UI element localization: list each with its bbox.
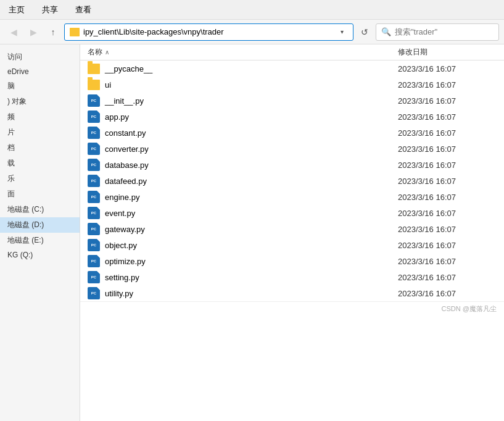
sidebar-item[interactable]: 地磁盘 (D:) [0, 217, 80, 233]
file-name: object.py [105, 241, 137, 250]
table-row[interactable]: PCgateway.py2023/3/16 16:07 [80, 221, 504, 237]
file-name-cell: PCobject.py [88, 239, 398, 251]
file-date: 2023/3/16 16:07 [398, 257, 497, 266]
file-name: engine.py [105, 193, 139, 202]
menu-item-共享[interactable]: 共享 [38, 3, 62, 17]
file-date: 2023/3/16 16:07 [398, 144, 497, 154]
file-name: utility.py [105, 289, 133, 298]
file-name-cell: PCapp.py [88, 110, 398, 123]
file-date: 2023/3/16 16:07 [398, 96, 497, 106]
file-name-cell: PCconstant.py [88, 127, 398, 139]
python-file-icon: PC [88, 159, 100, 171]
sidebar-item[interactable]: KG (Q:) [0, 248, 80, 262]
file-name: __pycache__ [105, 64, 152, 73]
python-file-icon: PC [88, 207, 100, 219]
table-row[interactable]: PCdatafeed.py2023/3/16 16:07 [80, 173, 504, 189]
table-row[interactable]: PCoptimize.py2023/3/16 16:07 [80, 253, 504, 269]
file-name: gateway.py [105, 225, 145, 234]
address-input-wrapper[interactable]: ipy_client\Lib\site-packages\vnpy\trader… [64, 23, 353, 41]
python-file-icon: PC [88, 287, 100, 299]
refresh-button[interactable]: ↺ [356, 23, 373, 41]
file-name-cell: PCengine.py [88, 191, 398, 203]
file-date: 2023/3/16 16:07 [398, 209, 497, 218]
file-date: 2023/3/16 16:07 [398, 64, 497, 73]
menu-item-查看[interactable]: 查看 [72, 3, 95, 17]
sidebar-item[interactable]: 访问 [0, 49, 80, 65]
table-row[interactable]: PCdatabase.py2023/3/16 16:07 [80, 157, 504, 173]
table-row[interactable]: PCconstant.py2023/3/16 16:07 [80, 125, 504, 141]
file-rows-container: __pycache__2023/3/16 16:07ui2023/3/16 16… [80, 60, 504, 301]
python-file-icon: PC [88, 271, 100, 283]
python-file-icon: PC [88, 94, 100, 107]
sidebar-item[interactable]: eDrive [0, 65, 80, 78]
table-row[interactable]: PCevent.py2023/3/16 16:07 [80, 205, 504, 221]
file-name-cell: PCdatafeed.py [88, 175, 398, 187]
sidebar-item[interactable]: 片 [0, 125, 80, 140]
file-name-cell: PCconverter.py [88, 143, 398, 155]
address-dropdown-button[interactable]: ▾ [336, 26, 348, 38]
address-bar: ◀ ▶ ↑ ipy_client\Lib\site-packages\vnpy\… [0, 20, 504, 44]
file-date: 2023/3/16 16:07 [398, 193, 497, 202]
python-file-icon: PC [88, 255, 100, 267]
sidebar: 访问eDrive脑) 对象频片档载乐面地磁盘 (C:)地磁盘 (D:)地磁盘 (… [0, 44, 80, 421]
sidebar-item[interactable]: 乐 [0, 171, 80, 186]
file-date: 2023/3/16 16:07 [398, 241, 497, 250]
search-wrapper[interactable]: 🔍 [376, 23, 499, 41]
folder-icon [88, 80, 100, 90]
python-file-icon: PC [88, 239, 100, 251]
menu-bar: 主页共享查看 [0, 0, 504, 20]
file-name: converter.py [105, 144, 149, 154]
table-row[interactable]: PCconverter.py2023/3/16 16:07 [80, 141, 504, 157]
file-name: datafeed.py [105, 177, 147, 186]
file-date: 2023/3/16 16:07 [398, 80, 497, 90]
file-name: setting.py [105, 273, 139, 282]
file-name-cell: PC__init__.py [88, 94, 398, 107]
file-name-cell: PCdatabase.py [88, 159, 398, 171]
python-file-icon: PC [88, 110, 100, 123]
watermark: CSDN @魔落凡尘 [80, 301, 504, 316]
table-row[interactable]: PCengine.py2023/3/16 16:07 [80, 189, 504, 205]
up-button[interactable]: ↑ [44, 23, 62, 41]
search-input[interactable] [395, 27, 481, 36]
sidebar-item[interactable]: ) 对象 [0, 94, 80, 109]
sidebar-item[interactable]: 档 [0, 140, 80, 156]
table-row[interactable]: PCutility.py2023/3/16 16:07 [80, 285, 504, 301]
table-row[interactable]: __pycache__2023/3/16 16:07 [80, 60, 504, 77]
folder-icon [88, 64, 100, 74]
file-list-header: 名称 ∧ 修改日期 [80, 44, 504, 60]
column-name[interactable]: 名称 ∧ [88, 47, 398, 57]
file-date: 2023/3/16 16:07 [398, 128, 497, 138]
sidebar-item[interactable]: 面 [0, 186, 80, 202]
table-row[interactable]: PCobject.py2023/3/16 16:07 [80, 237, 504, 253]
file-name: __init__.py [105, 96, 144, 106]
table-row[interactable]: ui2023/3/16 16:07 [80, 77, 504, 93]
file-name: optimize.py [105, 257, 146, 266]
table-row[interactable]: PCsetting.py2023/3/16 16:07 [80, 269, 504, 285]
column-date[interactable]: 修改日期 [398, 47, 497, 57]
sidebar-item[interactable]: 载 [0, 156, 80, 171]
sidebar-item[interactable]: 脑 [0, 78, 80, 94]
table-row[interactable]: PCapp.py2023/3/16 16:07 [80, 109, 504, 125]
back-button[interactable]: ◀ [5, 23, 22, 41]
file-name-cell: PCgateway.py [88, 223, 398, 235]
file-name: app.py [105, 112, 129, 122]
python-file-icon: PC [88, 175, 100, 187]
file-date: 2023/3/16 16:07 [398, 177, 497, 186]
sidebar-item[interactable]: 地磁盘 (C:) [0, 202, 80, 217]
file-name-cell: PCutility.py [88, 287, 398, 299]
table-row[interactable]: PC__init__.py2023/3/16 16:07 [80, 93, 504, 109]
menu-item-主页[interactable]: 主页 [5, 3, 28, 17]
file-date: 2023/3/16 16:07 [398, 112, 497, 122]
file-name-cell: PCevent.py [88, 207, 398, 219]
python-file-icon: PC [88, 143, 100, 155]
file-name-cell: PCoptimize.py [88, 255, 398, 267]
sort-arrow: ∧ [105, 49, 109, 56]
file-name: ui [105, 80, 111, 90]
forward-button[interactable]: ▶ [25, 23, 42, 41]
sidebar-item[interactable]: 频 [0, 109, 80, 125]
search-icon: 🔍 [381, 27, 391, 36]
file-name-cell: PCsetting.py [88, 271, 398, 283]
sidebar-item[interactable]: 地磁盘 (E:) [0, 233, 80, 248]
file-name-cell: ui [88, 80, 398, 90]
python-file-icon: PC [88, 191, 100, 203]
